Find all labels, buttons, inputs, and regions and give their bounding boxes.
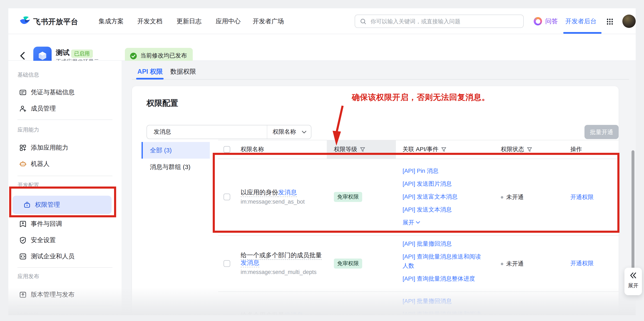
row-checkbox[interactable]: [224, 260, 230, 267]
annotation-rect-sidebar: [9, 186, 116, 217]
enable-permission-link[interactable]: 开通权限: [570, 260, 594, 266]
sidebar-item-label: 成员管理: [31, 105, 56, 112]
annotation-tip-text: 确保该权限开启，否则无法回复消息。: [352, 92, 490, 103]
sidebar-item-label: 测试企业和人员: [31, 252, 74, 260]
global-search[interactable]: [355, 14, 524, 28]
nav-item-solutions[interactable]: 集成方案: [99, 18, 124, 25]
sidebar-item-label: 凭证与基础信息: [31, 88, 74, 96]
permission-name: 给多个用户批量发消息: [240, 311, 323, 315]
tab-border: [132, 79, 629, 80]
batch-enable-button[interactable]: 批量开通: [584, 125, 618, 139]
nav-item-qa[interactable]: 问答: [545, 18, 558, 26]
sidebar-item-label: 版本管理与发布: [31, 291, 74, 299]
sidebar-item-events[interactable]: 事件与回调: [8, 216, 122, 232]
sidebar-divider: [18, 176, 112, 176]
person-add-icon: [19, 105, 27, 112]
col-permission-name: 权限名称: [240, 146, 264, 153]
permission-search[interactable]: 权限名称: [146, 125, 312, 139]
vertical-scrollbar[interactable]: [632, 150, 634, 269]
qa-ring-icon[interactable]: [534, 17, 542, 26]
permission-search-input[interactable]: [153, 125, 267, 139]
sidebar-divider: [18, 267, 112, 268]
api-link[interactable]: [API] 查询批量消息整体进度: [402, 274, 485, 283]
publish-status-text: 当前修改均已发布: [140, 52, 187, 60]
grid-add-icon: [19, 144, 27, 152]
sidebar-divider: [18, 120, 112, 120]
api-link[interactable]: [API] 批量撤回消息: [402, 296, 485, 306]
apps-grid-icon[interactable]: [606, 18, 613, 25]
annotation-arrow: [324, 103, 349, 147]
id-card-icon: [19, 89, 27, 96]
sidebar-item-members[interactable]: 成员管理: [8, 101, 122, 116]
sidebar-item-label: 机器人: [31, 160, 50, 168]
api-link[interactable]: [API] 查询批量消息推送和阅读: [402, 309, 485, 315]
table-row: 给多个用户批量发消息 [API] 批量撤回消息 [API] 查询批量消息推送和阅…: [218, 292, 618, 315]
filter-funnel-icon[interactable]: [442, 147, 446, 152]
filter-funnel-icon[interactable]: [360, 147, 365, 152]
page: 飞书开放平台 集成方案 开发文档 更新日志 应用中心 开发者广场 问答 开发者后…: [0, 0, 644, 321]
user-avatar[interactable]: [622, 14, 636, 28]
sidebar-item-label: 事件与回调: [31, 220, 62, 228]
cube-icon: [37, 50, 48, 61]
code-icon: [19, 253, 27, 260]
sidebar-item-add-capability[interactable]: 添加应用能力: [8, 140, 122, 156]
sidebar-item-security[interactable]: 安全设置: [8, 232, 122, 248]
status-dot-icon: [501, 262, 503, 265]
sidebar-item-label: 添加应用能力: [31, 144, 68, 152]
permission-name-link[interactable]: 发消息: [284, 311, 303, 315]
top-navbar: 飞书开放平台 集成方案 开发文档 更新日志 应用中心 开发者广场 问答 开发者后…: [8, 8, 636, 34]
sidebar-section-release: 应用发布: [18, 273, 39, 280]
status: 未开通: [501, 260, 524, 268]
filter-message-group[interactable]: 消息与群组 (3): [150, 159, 190, 175]
search-filter-label: 权限名称: [273, 128, 296, 136]
robot-icon: [19, 160, 27, 168]
active-nav-underline: [563, 32, 602, 34]
publish-arrow-icon: [19, 291, 27, 298]
tab-data-permissions[interactable]: 数据权限: [170, 68, 196, 75]
sidebar-item-bot[interactable]: 机器人: [8, 156, 122, 172]
sidebar-item-credentials[interactable]: 凭证与基础信息: [8, 84, 122, 100]
nav-item-app-center[interactable]: 应用中心: [216, 18, 240, 25]
permission-name-plain: 给多个用户批量: [240, 311, 284, 315]
back-icon[interactable]: [20, 52, 25, 60]
tab-api-permissions[interactable]: API 权限: [138, 68, 163, 75]
api-link[interactable]: [API] 查询批量消息推送和阅读人数: [402, 252, 485, 270]
nav-item-changelog[interactable]: 更新日志: [176, 18, 202, 25]
check-circle-icon: [130, 52, 137, 59]
col-permission-status: 权限状态: [501, 146, 524, 153]
col-actions: 操作: [570, 146, 582, 153]
active-tab-underline: [136, 78, 164, 79]
app-enabled-badge: 已启用: [71, 50, 92, 58]
api-link[interactable]: [API] 批量撤回消息: [402, 239, 485, 248]
status-text: 未开通: [506, 260, 524, 268]
platform-title: 飞书开放平台: [33, 17, 78, 27]
browser-content: 飞书开放平台 集成方案 开发文档 更新日志 应用中心 开发者广场 问答 开发者后…: [8, 8, 636, 315]
expand-panel-button[interactable]: 展开: [624, 268, 642, 295]
annotation-rect-row: [213, 153, 620, 233]
event-callback-icon: [19, 220, 27, 228]
double-chevron-left-icon: [630, 272, 636, 278]
shield-check-icon: [19, 236, 27, 244]
app-header: 测试 已启用 正式应用@环界云 当前修改均已发布: [8, 34, 636, 61]
nav-item-developer-plaza[interactable]: 开发者广场: [253, 18, 284, 25]
permission-code: im:message:send_multi_depts: [240, 269, 323, 276]
sidebar-section-monitoring: 运营监控: [18, 312, 39, 315]
feishu-logo-icon[interactable]: [19, 16, 31, 27]
filter-funnel-icon[interactable]: [527, 147, 532, 152]
select-all-checkbox[interactable]: [224, 146, 230, 152]
search-filter-select[interactable]: 权限名称: [267, 125, 311, 139]
expand-panel-label: 展开: [624, 282, 642, 289]
sidebar-section-capabilities: 应用能力: [18, 126, 39, 133]
col-related-api: 关联 API/事件: [402, 146, 438, 153]
sidebar-item-test-company[interactable]: 测试企业和人员: [8, 248, 122, 264]
nav-item-developer-console[interactable]: 开发者后台: [565, 18, 596, 26]
level-badge: 免审权限: [334, 258, 362, 268]
filter-all-label: 全部 (3): [150, 142, 172, 159]
chevron-down-icon: [302, 130, 306, 134]
permission-name-link[interactable]: 发消息: [240, 259, 259, 266]
sidebar-item-version-release[interactable]: 版本管理与发布: [8, 287, 122, 303]
search-input[interactable]: [370, 18, 523, 25]
nav-item-docs[interactable]: 开发文档: [138, 18, 162, 25]
filter-all[interactable]: 全部 (3): [142, 142, 210, 159]
permission-name-plain: 给一个或多个部门的成员批量: [240, 251, 322, 258]
